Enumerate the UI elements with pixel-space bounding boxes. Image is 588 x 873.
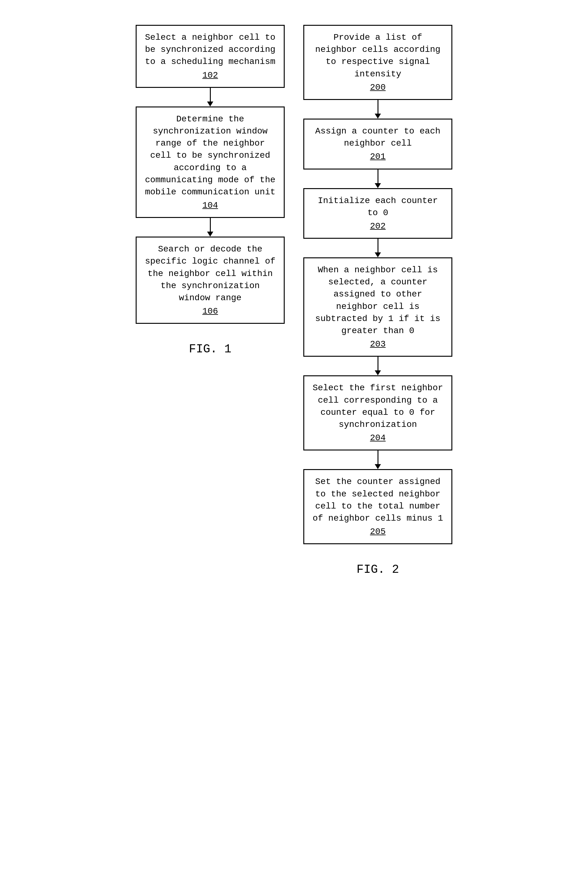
arrow-head-1 (207, 102, 213, 106)
figures-container: Select a neighbor cell to be synchronize… (15, 25, 573, 576)
arrow-line-1 (210, 88, 211, 102)
fig1-label: FIG. 1 (189, 342, 232, 356)
box-106-text: Search or decode the specific logic chan… (145, 244, 275, 303)
arrow-2 (207, 218, 213, 237)
box-102-ref: 102 (143, 69, 277, 81)
arrow-head-6 (375, 370, 381, 375)
box-106-ref: 106 (143, 305, 277, 317)
figure-2: Provide a list of neighbor cells accordi… (303, 25, 452, 576)
box-203-text: When a neighbor cell is selected, a coun… (315, 265, 440, 336)
arrow-head-7 (375, 464, 381, 469)
box-104-text: Determine the synchronization window ran… (145, 114, 275, 197)
arrow-line-3 (378, 100, 378, 114)
arrow-head-2 (207, 232, 213, 237)
arrow-head-3 (375, 114, 381, 118)
arrow-5 (375, 239, 381, 257)
arrow-line-7 (378, 450, 378, 464)
box-200-text: Provide a list of neighbor cells accordi… (315, 33, 440, 79)
box-201-text: Assign a counter to each neighbor cell (315, 126, 440, 148)
arrow-1 (207, 88, 213, 106)
box-204: Select the first neighbor cell correspon… (303, 375, 452, 450)
box-201: Assign a counter to each neighbor cell 2… (303, 118, 452, 170)
box-104-ref: 104 (143, 199, 277, 212)
flowchart-1: Select a neighbor cell to be synchronize… (136, 25, 285, 324)
fig2-label: FIG. 2 (357, 563, 399, 576)
box-202-text: Initialize each counter to 0 (318, 196, 438, 218)
arrow-4 (375, 170, 381, 188)
arrow-head-5 (375, 252, 381, 257)
box-200-ref: 200 (311, 81, 445, 93)
arrow-line-5 (378, 239, 378, 252)
arrow-head-4 (375, 183, 381, 188)
box-203: When a neighbor cell is selected, a coun… (303, 257, 452, 357)
figure-1: Select a neighbor cell to be synchronize… (136, 25, 285, 356)
arrow-line-4 (378, 170, 378, 183)
arrow-7 (375, 450, 381, 469)
arrow-6 (375, 357, 381, 375)
box-205-text: Set the counter assigned to the selected… (313, 477, 443, 523)
box-204-ref: 204 (311, 432, 445, 444)
box-204-text: Select the first neighbor cell correspon… (313, 383, 443, 429)
box-102: Select a neighbor cell to be synchronize… (136, 25, 285, 88)
box-202: Initialize each counter to 0 202 (303, 188, 452, 239)
box-205-ref: 205 (311, 526, 445, 538)
box-104: Determine the synchronization window ran… (136, 106, 285, 218)
arrow-line-2 (210, 218, 211, 232)
arrow-3 (375, 100, 381, 118)
arrow-line-6 (378, 357, 378, 370)
box-102-text: Select a neighbor cell to be synchronize… (145, 33, 275, 66)
box-106: Search or decode the specific logic chan… (136, 237, 285, 324)
box-200: Provide a list of neighbor cells accordi… (303, 25, 452, 100)
box-205: Set the counter assigned to the selected… (303, 469, 452, 544)
flowchart-2: Provide a list of neighbor cells accordi… (303, 25, 452, 544)
box-203-ref: 203 (311, 338, 445, 350)
box-201-ref: 201 (311, 151, 445, 163)
box-202-ref: 202 (311, 220, 445, 232)
